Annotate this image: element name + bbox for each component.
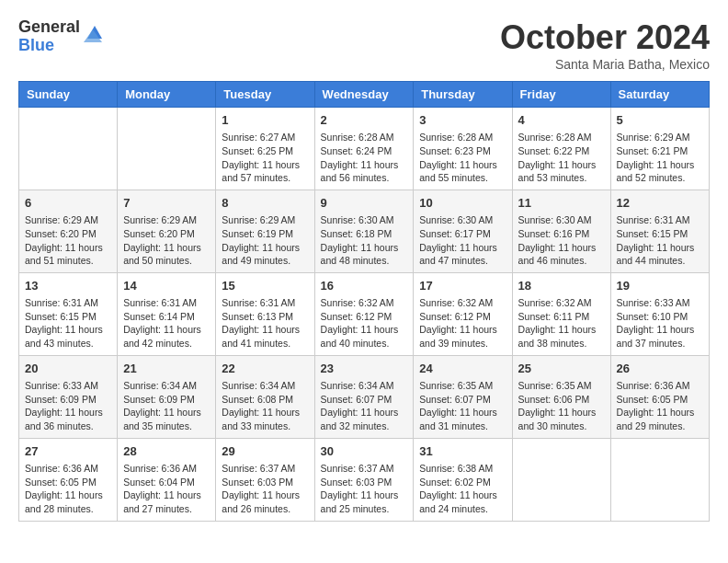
calendar-cell: 11Sunrise: 6:30 AMSunset: 6:16 PMDayligh… (512, 190, 610, 272)
day-number: 22 (222, 361, 308, 377)
sunset-text: Sunset: 6:12 PM (321, 310, 408, 324)
calendar-cell (512, 438, 610, 521)
sunset-text: Sunset: 6:15 PM (25, 310, 111, 324)
daylight-text: Daylight: 11 hours and 40 minutes. (321, 323, 408, 350)
cell-content: 30Sunrise: 6:37 AMSunset: 6:03 PMDayligh… (321, 443, 408, 516)
sunrise-text: Sunrise: 6:30 AM (321, 213, 408, 227)
sunset-text: Sunset: 6:06 PM (518, 393, 605, 407)
calendar-cell: 7Sunrise: 6:29 AMSunset: 6:20 PMDaylight… (118, 190, 216, 272)
sunset-text: Sunset: 6:13 PM (222, 310, 308, 324)
sunrise-text: Sunrise: 6:36 AM (617, 379, 703, 393)
day-number: 19 (617, 278, 703, 294)
daylight-text: Daylight: 11 hours and 46 minutes. (518, 241, 605, 268)
daylight-text: Daylight: 11 hours and 30 minutes. (518, 406, 605, 432)
sunrise-text: Sunrise: 6:29 AM (222, 213, 308, 227)
day-of-week-header: Thursday (414, 82, 512, 108)
cell-content: 17Sunrise: 6:32 AMSunset: 6:12 PMDayligh… (419, 278, 506, 350)
calendar-cell: 5Sunrise: 6:29 AMSunset: 6:21 PMDaylight… (610, 108, 709, 190)
cell-content: 27Sunrise: 6:36 AMSunset: 6:05 PMDayligh… (25, 443, 111, 516)
sunset-text: Sunset: 6:07 PM (419, 393, 506, 407)
cell-content: 1Sunrise: 6:27 AMSunset: 6:25 PMDaylight… (222, 112, 308, 185)
day-number: 11 (518, 195, 605, 212)
sunrise-text: Sunrise: 6:31 AM (123, 296, 210, 310)
daylight-text: Daylight: 11 hours and 25 minutes. (321, 488, 408, 515)
sunset-text: Sunset: 6:25 PM (222, 144, 308, 158)
cell-content: 8Sunrise: 6:29 AMSunset: 6:19 PMDaylight… (222, 195, 308, 268)
day-number: 29 (222, 443, 308, 460)
sunset-text: Sunset: 6:09 PM (123, 393, 210, 407)
day-number: 20 (25, 361, 111, 377)
calendar-cell: 13Sunrise: 6:31 AMSunset: 6:15 PMDayligh… (19, 272, 118, 355)
sunrise-text: Sunrise: 6:31 AM (25, 296, 111, 310)
sunrise-text: Sunrise: 6:29 AM (123, 213, 210, 227)
day-number: 21 (123, 361, 210, 377)
calendar-cell: 14Sunrise: 6:31 AMSunset: 6:14 PMDayligh… (118, 272, 216, 355)
day-number: 24 (419, 361, 506, 377)
day-number: 23 (321, 361, 408, 377)
calendar-cell: 9Sunrise: 6:30 AMSunset: 6:18 PMDaylight… (314, 190, 414, 272)
daylight-text: Daylight: 11 hours and 27 minutes. (123, 488, 210, 515)
daylight-text: Daylight: 11 hours and 48 minutes. (321, 241, 408, 268)
calendar-cell: 6Sunrise: 6:29 AMSunset: 6:20 PMDaylight… (19, 190, 118, 272)
sunset-text: Sunset: 6:18 PM (321, 227, 408, 241)
sunset-text: Sunset: 6:19 PM (222, 227, 308, 241)
day-number: 6 (25, 195, 111, 212)
daylight-text: Daylight: 11 hours and 35 minutes. (123, 406, 210, 432)
daylight-text: Daylight: 11 hours and 38 minutes. (518, 323, 605, 350)
calendar-cell: 10Sunrise: 6:30 AMSunset: 6:17 PMDayligh… (414, 190, 512, 272)
calendar-cell: 12Sunrise: 6:31 AMSunset: 6:15 PMDayligh… (610, 190, 709, 272)
calendar-week-row: 1Sunrise: 6:27 AMSunset: 6:25 PMDaylight… (19, 108, 710, 190)
sunset-text: Sunset: 6:05 PM (617, 393, 703, 407)
daylight-text: Daylight: 11 hours and 44 minutes. (617, 241, 703, 268)
sunrise-text: Sunrise: 6:28 AM (321, 131, 408, 144)
location: Santa Maria Batha, Mexico (500, 57, 710, 72)
logo-blue-text: Blue (18, 37, 80, 55)
logo: General Blue (18, 18, 106, 55)
calendar-cell: 30Sunrise: 6:37 AMSunset: 6:03 PMDayligh… (314, 438, 414, 521)
cell-content: 3Sunrise: 6:28 AMSunset: 6:23 PMDaylight… (419, 112, 506, 185)
calendar-cell: 19Sunrise: 6:33 AMSunset: 6:10 PMDayligh… (610, 272, 709, 355)
sunrise-text: Sunrise: 6:29 AM (25, 213, 111, 227)
calendar-cell: 15Sunrise: 6:31 AMSunset: 6:13 PMDayligh… (216, 272, 314, 355)
daylight-text: Daylight: 11 hours and 43 minutes. (25, 323, 111, 350)
sunset-text: Sunset: 6:09 PM (25, 393, 111, 407)
day-number: 30 (321, 443, 408, 460)
sunrise-text: Sunrise: 6:37 AM (321, 462, 408, 476)
calendar-cell: 3Sunrise: 6:28 AMSunset: 6:23 PMDaylight… (414, 108, 512, 190)
month-title: October 2024 (500, 18, 710, 57)
calendar-cell: 26Sunrise: 6:36 AMSunset: 6:05 PMDayligh… (610, 355, 709, 438)
sunrise-text: Sunrise: 6:32 AM (419, 296, 506, 310)
sunset-text: Sunset: 6:16 PM (518, 227, 605, 241)
day-number: 3 (419, 112, 506, 129)
calendar-cell: 31Sunrise: 6:38 AMSunset: 6:02 PMDayligh… (414, 438, 512, 521)
title-area: October 2024 Santa Maria Batha, Mexico (500, 18, 710, 72)
sunrise-text: Sunrise: 6:38 AM (419, 462, 506, 476)
day-number: 1 (222, 112, 308, 129)
day-number: 14 (123, 278, 210, 294)
cell-content: 4Sunrise: 6:28 AMSunset: 6:22 PMDaylight… (518, 112, 605, 185)
day-number: 15 (222, 278, 308, 294)
sunset-text: Sunset: 6:03 PM (321, 476, 408, 489)
calendar-week-row: 20Sunrise: 6:33 AMSunset: 6:09 PMDayligh… (19, 355, 710, 438)
sunrise-text: Sunrise: 6:35 AM (518, 379, 605, 393)
daylight-text: Daylight: 11 hours and 24 minutes. (419, 488, 506, 515)
sunset-text: Sunset: 6:17 PM (419, 227, 506, 241)
sunrise-text: Sunrise: 6:33 AM (25, 379, 111, 393)
cell-content: 12Sunrise: 6:31 AMSunset: 6:15 PMDayligh… (617, 195, 703, 268)
cell-content: 23Sunrise: 6:34 AMSunset: 6:07 PMDayligh… (321, 361, 408, 433)
sunrise-text: Sunrise: 6:36 AM (25, 462, 111, 476)
daylight-text: Daylight: 11 hours and 42 minutes. (123, 323, 210, 350)
day-number: 5 (617, 112, 703, 129)
daylight-text: Daylight: 11 hours and 47 minutes. (419, 241, 506, 268)
sunset-text: Sunset: 6:20 PM (25, 227, 111, 241)
cell-content: 22Sunrise: 6:34 AMSunset: 6:08 PMDayligh… (222, 361, 308, 433)
sunrise-text: Sunrise: 6:37 AM (222, 462, 308, 476)
cell-content: 5Sunrise: 6:29 AMSunset: 6:21 PMDaylight… (617, 112, 703, 185)
sunrise-text: Sunrise: 6:30 AM (419, 213, 506, 227)
calendar-week-row: 13Sunrise: 6:31 AMSunset: 6:15 PMDayligh… (19, 272, 710, 355)
daylight-text: Daylight: 11 hours and 37 minutes. (617, 323, 703, 350)
sunrise-text: Sunrise: 6:31 AM (617, 213, 703, 227)
cell-content: 6Sunrise: 6:29 AMSunset: 6:20 PMDaylight… (25, 195, 111, 268)
day-number: 18 (518, 278, 605, 294)
sunset-text: Sunset: 6:11 PM (518, 310, 605, 324)
